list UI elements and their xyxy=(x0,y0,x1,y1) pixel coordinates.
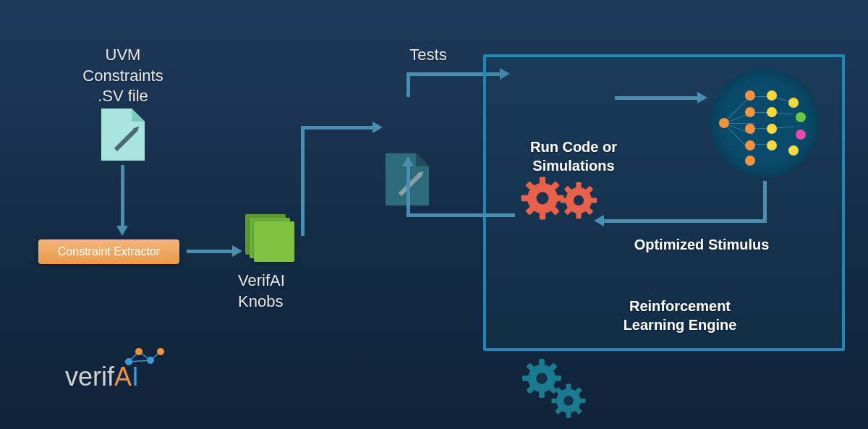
constraint-extractor-box: Constraint Extractor xyxy=(38,239,179,264)
optimize-gears-icon xyxy=(521,357,608,415)
neural-network-icon xyxy=(710,69,819,177)
svg-point-39 xyxy=(563,396,573,405)
uvm-constraints-label: UVM Constraints .SV file xyxy=(72,45,174,107)
tests-label: Tests xyxy=(396,45,461,66)
svg-rect-2 xyxy=(540,211,545,219)
arrow-knobs-to-tests xyxy=(301,126,373,129)
svg-point-9 xyxy=(537,192,549,205)
verifai-knobs-label: VerifAI Knobs xyxy=(238,271,310,312)
svg-rect-33 xyxy=(551,399,558,404)
svg-rect-34 xyxy=(579,399,586,404)
optimized-stimulus-label: Optimized Stimulus xyxy=(622,235,781,254)
arrow-head-icon xyxy=(116,226,128,236)
verifai-logo: verifAI xyxy=(65,362,139,392)
arrow-head-icon xyxy=(697,92,707,103)
arrow-tests-to-runcode xyxy=(407,72,410,97)
arrow-optimize-to-tests xyxy=(407,166,410,217)
sv-file-icon xyxy=(101,109,145,161)
arrow-nn-to-optimize xyxy=(604,219,767,223)
arrow-head-icon xyxy=(594,215,604,226)
verifai-knobs-icon xyxy=(245,214,296,262)
svg-rect-32 xyxy=(566,412,571,418)
svg-rect-11 xyxy=(576,182,581,190)
svg-rect-23 xyxy=(522,375,529,381)
svg-rect-21 xyxy=(539,359,545,366)
svg-point-19 xyxy=(574,195,584,205)
arrow-head-icon xyxy=(232,245,242,257)
run-code-label: Run Code or Simulations xyxy=(519,137,628,175)
arrow-head-icon xyxy=(373,122,383,133)
arrow-runcode-to-nn xyxy=(615,96,698,100)
arrow-nn-to-optimize xyxy=(763,181,767,223)
svg-point-29 xyxy=(536,373,547,383)
svg-rect-14 xyxy=(590,197,597,203)
svg-rect-31 xyxy=(566,383,571,390)
arrow-uvm-to-extractor xyxy=(121,165,124,226)
arrow-head-icon xyxy=(402,156,414,166)
svg-rect-1 xyxy=(540,177,545,185)
arrow-extractor-to-knobs xyxy=(187,250,233,253)
svg-rect-3 xyxy=(522,195,529,201)
svg-rect-12 xyxy=(576,212,581,219)
arrow-knobs-to-tests xyxy=(301,126,305,236)
svg-rect-22 xyxy=(539,391,545,398)
rl-engine-label: Reinforcement Learning Engine xyxy=(579,297,781,334)
svg-rect-13 xyxy=(561,197,568,203)
arrow-optimize-to-tests xyxy=(407,213,515,217)
